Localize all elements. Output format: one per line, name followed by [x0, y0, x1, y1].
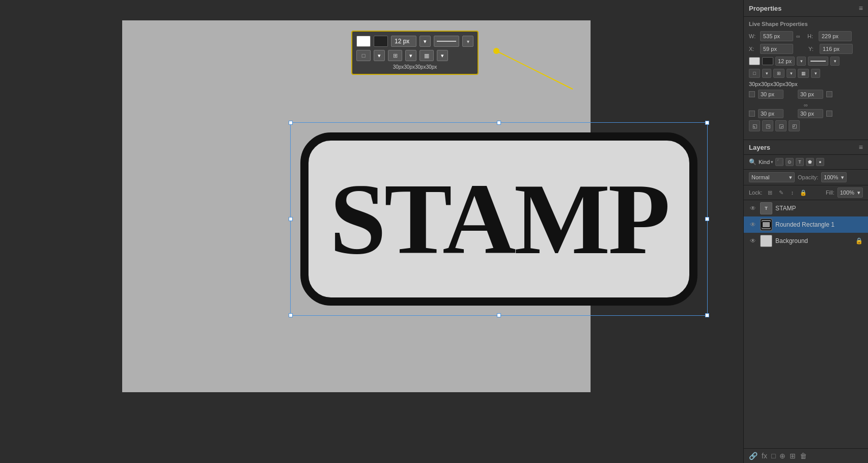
handle-tc[interactable]	[497, 121, 501, 125]
stroke-line-style[interactable]	[808, 57, 828, 66]
background-lock-icon: 🔒	[855, 237, 863, 244]
lock-pixels-btn[interactable]: ⊞	[765, 188, 774, 197]
corner-checkbox-br[interactable]	[826, 111, 832, 117]
align-btn-3[interactable]: ▦	[798, 69, 809, 78]
layers-kind-filter[interactable]: Kind ▾	[759, 159, 773, 165]
opacity-input[interactable]: 100% ▾	[821, 172, 847, 182]
corner-checkbox-tl[interactable]	[749, 91, 755, 97]
handle-tl[interactable]	[289, 121, 293, 125]
stroke-width-dropdown[interactable]: ▾	[419, 36, 431, 47]
fill-color-swatch[interactable]	[356, 36, 371, 47]
stroke-style-dropdown[interactable]: ▾	[462, 36, 473, 47]
corners-row-1: 30 px 30 px	[749, 90, 863, 99]
handle-bc[interactable]	[497, 313, 501, 317]
corner-type-btn-round[interactable]: ◱	[749, 120, 760, 131]
corner-type-btn-3[interactable]: ▦	[419, 50, 434, 61]
corner-br-value[interactable]: 30 px	[798, 109, 823, 118]
align-dd-3[interactable]: ▾	[811, 69, 820, 78]
align-dd-2[interactable]: ▾	[787, 69, 796, 78]
layer-name-rounded-rect: Rounded Rectangle 1	[775, 221, 863, 228]
handle-bl[interactable]	[289, 313, 293, 317]
align-row: □ ▾ ⊞ ▾ ▦ ▾	[749, 69, 863, 78]
layer-visibility-stamp[interactable]: 👁	[749, 204, 757, 212]
fx-icon[interactable]: fx	[762, 452, 767, 460]
corner-tr-value[interactable]: 30 px	[798, 90, 823, 99]
stroke-line-dropdown[interactable]: ▾	[830, 57, 839, 66]
y-value[interactable]: 116 px	[820, 44, 853, 54]
right-panel: Properties ≡ Live Shape Properties W: 53…	[743, 0, 868, 463]
corners-subtext: 30px30px30px30px	[356, 64, 473, 70]
layer-name-background: Background	[775, 237, 852, 244]
live-shape-section: Live Shape Properties W: 535 px ∞ H: 229…	[744, 17, 868, 140]
x-label: X:	[749, 46, 757, 52]
opacity-label: Opacity:	[798, 174, 818, 180]
corners-link-icon[interactable]: ∞	[804, 102, 808, 108]
stroke-color-swatch[interactable]	[374, 36, 388, 47]
handle-ml[interactable]	[289, 217, 293, 221]
stroke-color-prop[interactable]	[762, 57, 773, 65]
layer-item-background[interactable]: 👁 Background 🔒	[744, 233, 868, 249]
stamp-canvas-object[interactable]: STAMP	[294, 126, 704, 312]
lock-position-btn[interactable]: ✎	[776, 188, 786, 197]
stroke-width-input[interactable]: 12 px	[391, 36, 416, 47]
add-mask-icon[interactable]: □	[771, 452, 775, 460]
canvas-background: STAMP	[122, 20, 591, 392]
corner-checkbox-tr[interactable]	[826, 91, 832, 97]
filter-text-icon[interactable]: T	[796, 158, 804, 166]
filter-smart-icon[interactable]: ●	[816, 158, 824, 166]
handle-tr[interactable]	[705, 121, 709, 125]
x-value[interactable]: 59 px	[760, 44, 793, 54]
lock-artboard-btn[interactable]: ↕	[788, 188, 797, 197]
corner-type-dd-3[interactable]: ▾	[437, 50, 448, 61]
corner-type-btn-inverted[interactable]: ◳	[762, 120, 773, 131]
corner-checkbox-bl[interactable]	[749, 111, 755, 117]
layer-visibility-background[interactable]: 👁	[749, 237, 757, 245]
align-dd-1[interactable]: ▾	[762, 69, 771, 78]
filter-shape-icon[interactable]: ⬟	[806, 158, 814, 166]
delete-layer-icon[interactable]: 🗑	[800, 452, 807, 460]
fill-input[interactable]: 100% ▾	[837, 187, 863, 198]
w-label: W:	[749, 33, 757, 39]
corner-tl-value[interactable]: 30 px	[758, 90, 783, 99]
corner-type-btn-2[interactable]: ⊞	[388, 50, 402, 61]
stroke-style-preview[interactable]	[434, 36, 459, 47]
toolbar-popup: 12 px ▾ ▾ □ ▾ ⊞ ▾ ▦ ▾ 30px30px30px30px	[351, 31, 479, 75]
xy-row: X: 59 px Y: 116 px	[749, 44, 863, 54]
handle-mr[interactable]	[705, 217, 709, 221]
layer-thumb-rounded-rect	[760, 219, 772, 231]
stroke-px-prop[interactable]: 12 px	[775, 57, 795, 66]
corners-label: 30px30px30px30px	[749, 81, 863, 87]
link-layers-icon[interactable]: 🔗	[749, 452, 758, 460]
handle-br[interactable]	[705, 313, 709, 317]
corner-type-btn-chamfer[interactable]: ◲	[775, 120, 787, 131]
align-btn-1[interactable]: □	[749, 69, 760, 78]
lock-all-btn[interactable]: 🔒	[799, 188, 808, 197]
rounded-rectangle-shape: STAMP	[300, 132, 697, 306]
layers-menu-icon[interactable]: ≡	[859, 143, 863, 151]
corner-type-btn-1[interactable]: □	[356, 50, 371, 61]
corner-type-dd-2[interactable]: ▾	[405, 50, 416, 61]
w-value[interactable]: 535 px	[760, 31, 793, 41]
add-adjustment-icon[interactable]: ⊕	[779, 452, 786, 460]
layer-visibility-rounded-rect[interactable]: 👁	[749, 221, 757, 229]
corner-type-btn-square[interactable]: ◰	[789, 120, 800, 131]
filter-adjustment-icon[interactable]: ⊙	[786, 158, 794, 166]
layer-item-rounded-rect[interactable]: 👁 Rounded Rectangle 1	[744, 216, 868, 233]
kind-dropdown-arrow: ▾	[771, 159, 773, 165]
stroke-line-inner	[810, 61, 826, 62]
corners-row-2: 30 px 30 px	[749, 109, 863, 118]
layer-item-stamp[interactable]: 👁 T STAMP	[744, 200, 868, 216]
corner-bl-value[interactable]: 30 px	[758, 109, 783, 118]
new-group-icon[interactable]: ⊞	[790, 452, 796, 460]
layers-header: Layers ≡	[744, 140, 868, 155]
align-btn-2[interactable]: ⊞	[773, 69, 785, 78]
stroke-px-dropdown[interactable]: ▾	[797, 57, 806, 66]
properties-menu-icon[interactable]: ≡	[859, 4, 863, 12]
blend-mode-select[interactable]: Normal ▾	[749, 172, 795, 182]
corner-type-dd-1[interactable]: ▾	[374, 50, 385, 61]
h-value[interactable]: 229 px	[819, 31, 852, 41]
filter-pixel-icon[interactable]: ⬛	[775, 158, 783, 166]
fill-color-prop[interactable]	[749, 57, 760, 65]
layers-section: Layers ≡ 🔍 Kind ▾ ⬛ ⊙ T ⬟ ● Normal ▾ Opa…	[744, 140, 868, 463]
stamp-text-layer: STAMP	[329, 168, 668, 270]
